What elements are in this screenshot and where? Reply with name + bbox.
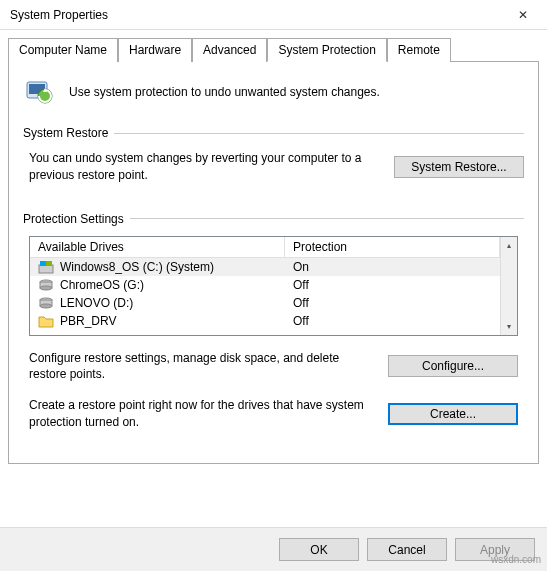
drives-scrollbar[interactable]: ▴ ▾ bbox=[500, 237, 517, 335]
system-properties-window: System Properties ✕ Computer Name Hardwa… bbox=[0, 0, 547, 571]
drive-name: Windows8_OS (C:) (System) bbox=[60, 260, 214, 274]
drive-protection: Off bbox=[285, 313, 500, 329]
dialog-footer: OK Cancel Apply bbox=[0, 527, 547, 571]
hdd-icon bbox=[38, 296, 54, 310]
drive-protection: Off bbox=[285, 277, 500, 293]
close-button[interactable]: ✕ bbox=[503, 1, 543, 29]
intro-text: Use system protection to undo unwanted s… bbox=[69, 85, 380, 99]
configure-description: Configure restore settings, manage disk … bbox=[29, 350, 372, 384]
drive-name: ChromeOS (G:) bbox=[60, 278, 144, 292]
create-button[interactable]: Create... bbox=[388, 403, 518, 425]
column-header-protection[interactable]: Protection bbox=[285, 237, 500, 257]
intro-row: Use system protection to undo unwanted s… bbox=[23, 76, 524, 108]
svg-rect-6 bbox=[46, 261, 52, 266]
ok-button[interactable]: OK bbox=[279, 538, 359, 561]
svg-rect-4 bbox=[39, 265, 53, 273]
cancel-button[interactable]: Cancel bbox=[367, 538, 447, 561]
column-header-drives[interactable]: Available Drives bbox=[30, 237, 285, 257]
windows-drive-icon bbox=[38, 260, 54, 274]
system-restore-row: You can undo system changes by reverting… bbox=[29, 150, 524, 184]
scroll-down-icon[interactable]: ▾ bbox=[501, 318, 517, 335]
configure-row: Configure restore settings, manage disk … bbox=[29, 350, 518, 384]
system-protection-icon bbox=[23, 76, 55, 108]
scroll-up-icon[interactable]: ▴ bbox=[501, 237, 517, 254]
drives-table-header: Available Drives Protection bbox=[30, 237, 500, 258]
drives-table-body: Windows8_OS (C:) (System) On ChromeOS (G… bbox=[30, 258, 500, 330]
drive-name: LENOVO (D:) bbox=[60, 296, 133, 310]
table-row[interactable]: LENOVO (D:) Off bbox=[30, 294, 500, 312]
system-restore-group: System Restore bbox=[23, 126, 524, 140]
tab-computer-name[interactable]: Computer Name bbox=[8, 38, 118, 62]
tab-advanced[interactable]: Advanced bbox=[192, 38, 267, 62]
tab-system-protection[interactable]: System Protection bbox=[267, 38, 386, 62]
svg-point-12 bbox=[40, 304, 52, 308]
protection-settings-group: Protection Settings bbox=[23, 212, 524, 226]
table-row[interactable]: PBR_DRV Off bbox=[30, 312, 500, 330]
table-row[interactable]: ChromeOS (G:) Off bbox=[30, 276, 500, 294]
divider bbox=[114, 133, 524, 134]
protection-settings-legend: Protection Settings bbox=[23, 212, 124, 226]
apply-button[interactable]: Apply bbox=[455, 538, 535, 561]
configure-button[interactable]: Configure... bbox=[388, 355, 518, 377]
tab-hardware[interactable]: Hardware bbox=[118, 38, 192, 62]
hdd-icon bbox=[38, 278, 54, 292]
window-title: System Properties bbox=[10, 8, 108, 22]
svg-rect-5 bbox=[40, 261, 46, 266]
drives-table[interactable]: Available Drives Protection Windows8_OS … bbox=[29, 236, 518, 336]
create-description: Create a restore point right now for the… bbox=[29, 397, 372, 431]
drive-protection: Off bbox=[285, 295, 500, 311]
close-icon: ✕ bbox=[518, 8, 528, 22]
drive-name: PBR_DRV bbox=[60, 314, 116, 328]
system-restore-description: You can undo system changes by reverting… bbox=[29, 150, 378, 184]
create-row: Create a restore point right now for the… bbox=[29, 397, 518, 431]
scroll-track[interactable] bbox=[501, 254, 517, 318]
divider bbox=[130, 218, 524, 219]
svg-point-9 bbox=[40, 286, 52, 290]
tab-remote[interactable]: Remote bbox=[387, 38, 451, 62]
drive-protection: On bbox=[285, 259, 500, 275]
folder-icon bbox=[38, 314, 54, 328]
titlebar: System Properties ✕ bbox=[0, 0, 547, 30]
system-restore-legend: System Restore bbox=[23, 126, 108, 140]
table-row[interactable]: Windows8_OS (C:) (System) On bbox=[30, 258, 500, 276]
tab-panel-system-protection: Use system protection to undo unwanted s… bbox=[8, 62, 539, 464]
tab-strip: Computer Name Hardware Advanced System P… bbox=[8, 38, 539, 62]
tabs-area: Computer Name Hardware Advanced System P… bbox=[0, 30, 547, 464]
system-restore-button[interactable]: System Restore... bbox=[394, 156, 524, 178]
